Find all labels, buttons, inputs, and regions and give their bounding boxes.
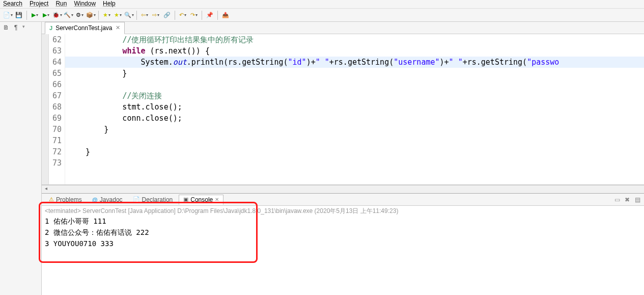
toolbar-divider	[98, 11, 99, 20]
console-output: 1 佑佑小哥哥 1112 微信公众号：佑佑有话说 2223 YOUYOU0710…	[45, 216, 641, 249]
problems-icon: ⚠	[49, 196, 54, 203]
toolbar-divider	[26, 11, 27, 20]
build-button[interactable]: 🔨	[64, 11, 73, 20]
close-tab-icon[interactable]: ✕	[116, 24, 120, 31]
declaration-icon: 📄	[133, 196, 140, 203]
search-button[interactable]: 🔍	[124, 11, 133, 20]
main-area: 🗎 ¶ ▾ J ServerConnTest.java ✕ 6263646566…	[0, 22, 644, 295]
console-status-line: <terminated> ServerConnTest [Java Applic…	[45, 207, 641, 216]
menu-run[interactable]: Run	[55, 0, 67, 7]
dropdown-icon[interactable]: ▾	[22, 24, 25, 31]
package-button[interactable]: 📦	[86, 11, 95, 20]
line-numbers: 626364656667686970717273	[49, 34, 65, 184]
menu-search[interactable]: Search	[3, 0, 22, 7]
toolbar-divider	[202, 11, 202, 20]
editor-area: J ServerConnTest.java ✕ 6263646566676869…	[42, 22, 644, 295]
editor-tab-serverconntest[interactable]: J ServerConnTest.java ✕	[45, 22, 125, 34]
undo-button[interactable]: ↶	[178, 11, 187, 20]
menu-window[interactable]: Window	[74, 0, 96, 7]
tools-button[interactable]: ⚙	[75, 11, 84, 20]
tab-javadoc[interactable]: @ Javadoc	[88, 195, 127, 204]
redo-button[interactable]: ↷	[189, 11, 199, 20]
tab-problems-label: Problems	[56, 196, 82, 203]
menu-help[interactable]: Help	[103, 0, 116, 7]
fwd-history-button[interactable]: ⇨	[151, 11, 160, 20]
remove-all-icon[interactable]: ✖	[624, 196, 631, 203]
open-task-button[interactable]: ★	[113, 11, 122, 20]
show-whitespace-icon[interactable]: ¶	[14, 24, 17, 31]
code-content[interactable]: //使用循环打印出结果集中的所有记录 while (rs.next()) { S…	[65, 34, 644, 184]
open-type-button[interactable]: ★	[102, 11, 111, 20]
bottom-tabbar: ⚠ Problems @ Javadoc 📄 Declaration ▣ Con…	[42, 194, 644, 206]
link-editor-button[interactable]: 🔗	[162, 11, 172, 20]
tab-declaration[interactable]: 📄 Declaration	[129, 195, 177, 204]
maximize-icon[interactable]: ▤	[634, 196, 641, 203]
menubar: Search Project Run Window Help	[0, 0, 644, 9]
tab-console[interactable]: ▣ Console ✕	[179, 195, 223, 205]
close-console-icon[interactable]: ✕	[215, 197, 219, 202]
left-sidebar: 🗎 ¶ ▾	[0, 22, 42, 295]
bottom-panel-toolbar: ▭ ✖ ▤	[613, 196, 641, 203]
fold-margin	[42, 34, 49, 184]
toolbar-divider	[136, 11, 137, 20]
scroll-left-icon[interactable]: ◂	[42, 185, 50, 191]
toolbar-divider	[217, 11, 218, 20]
bottom-panel: ⚠ Problems @ Javadoc 📄 Declaration ▣ Con…	[42, 193, 644, 295]
toolbar-divider	[175, 11, 175, 20]
save-button[interactable]: 💾	[14, 11, 23, 20]
horizontal-scrollbar[interactable]: ◂	[42, 185, 644, 193]
console-body[interactable]: <terminated> ServerConnTest [Java Applic…	[42, 206, 644, 295]
console-icon: ▣	[183, 196, 188, 203]
main-toolbar: 📄 💾 ▶ ▶ 🐞 🔨 ⚙ 📦 ★ ★ 🔍 ⇦ ⇨ 🔗 ↶ ↷ 📌 📤	[0, 9, 644, 22]
pin-button[interactable]: 📌	[205, 11, 214, 20]
debug-button[interactable]: 🐞	[52, 11, 62, 20]
run-button[interactable]: ▶	[30, 11, 39, 20]
java-file-icon: J	[49, 25, 52, 31]
javadoc-icon: @	[92, 197, 98, 203]
menu-project[interactable]: Project	[30, 0, 48, 7]
tab-declaration-label: Declaration	[142, 196, 173, 203]
open-perspective-button[interactable]: 📤	[221, 11, 230, 20]
editor-tab-label: ServerConnTest.java	[55, 24, 112, 32]
code-editor[interactable]: 626364656667686970717273 //使用循环打印出结果集中的所…	[42, 34, 644, 185]
new-button[interactable]: 📄	[3, 11, 12, 20]
editor-tabbar: J ServerConnTest.java ✕	[42, 22, 644, 34]
tab-problems[interactable]: ⚠ Problems	[45, 195, 86, 204]
tab-javadoc-label: Javadoc	[100, 196, 123, 203]
back-history-button[interactable]: ⇦	[140, 11, 149, 20]
tab-console-label: Console	[190, 196, 213, 203]
minimize-icon[interactable]: ▭	[613, 196, 621, 203]
run-last-button[interactable]: ▶	[41, 11, 50, 20]
outline-icon[interactable]: 🗎	[3, 24, 9, 31]
